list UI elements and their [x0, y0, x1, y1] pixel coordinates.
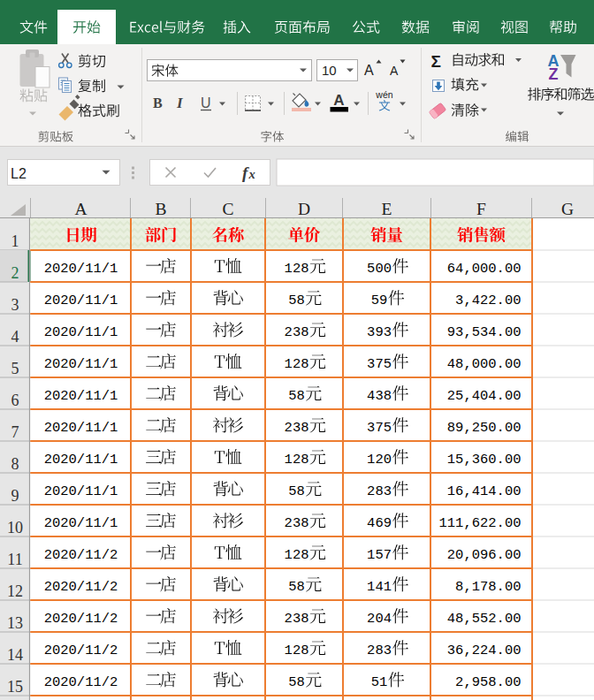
svg-text:238: 238 [285, 324, 309, 340]
svg-text:48,000.00: 48,000.00 [447, 356, 522, 372]
svg-text:2020/11/1: 2020/11/1 [44, 452, 118, 468]
svg-text:204: 204 [367, 611, 392, 627]
svg-text:2020/11/1: 2020/11/1 [44, 388, 118, 404]
svg-text:141: 141 [367, 579, 392, 595]
svg-text:Σ: Σ [431, 52, 441, 71]
svg-text:58: 58 [288, 388, 305, 404]
svg-text:wén: wén [375, 89, 392, 100]
svg-text:58: 58 [288, 674, 305, 690]
svg-text:89,250.00: 89,250.00 [447, 420, 522, 436]
svg-text:238: 238 [285, 515, 309, 531]
svg-text:469: 469 [367, 515, 392, 531]
svg-text:E: E [382, 200, 392, 218]
svg-text:F: F [476, 200, 486, 218]
svg-text:58: 58 [288, 579, 305, 595]
svg-text:3,422.00: 3,422.00 [455, 293, 521, 308]
svg-text:128: 128 [285, 452, 309, 468]
svg-text:10: 10 [322, 63, 337, 78]
svg-text:58: 58 [288, 483, 305, 499]
svg-text:64,000.00: 64,000.00 [447, 261, 522, 277]
svg-text:2020/11/2: 2020/11/2 [44, 611, 118, 627]
svg-text:1: 1 [11, 232, 19, 250]
svg-text:375: 375 [367, 356, 392, 372]
svg-text:2020/11/2: 2020/11/2 [44, 643, 118, 658]
svg-text:7: 7 [11, 423, 19, 441]
svg-text:111,622.00: 111,622.00 [438, 515, 521, 531]
svg-text:9: 9 [11, 487, 19, 505]
svg-text:238: 238 [285, 611, 309, 627]
svg-text:12: 12 [7, 582, 23, 600]
svg-text:93,534.00: 93,534.00 [447, 324, 522, 340]
svg-text:2020/11/1: 2020/11/1 [44, 356, 118, 372]
svg-text:59: 59 [371, 293, 388, 308]
svg-text:11: 11 [7, 551, 22, 568]
svg-text:6: 6 [11, 392, 19, 409]
svg-text:283: 283 [367, 483, 392, 499]
svg-text:5: 5 [11, 360, 19, 377]
svg-text:13: 13 [7, 614, 23, 632]
svg-text:128: 128 [285, 261, 309, 277]
svg-text:2020/11/1: 2020/11/1 [44, 515, 118, 531]
svg-text:4: 4 [11, 328, 19, 346]
svg-text:x: x [248, 167, 255, 181]
svg-text:128: 128 [285, 643, 309, 658]
svg-text:438: 438 [367, 388, 392, 404]
svg-text:2020/11/1: 2020/11/1 [44, 324, 118, 340]
svg-text:48,552.00: 48,552.00 [447, 611, 522, 627]
svg-text:128: 128 [285, 356, 309, 372]
svg-text:Z: Z [549, 65, 559, 83]
svg-text:15: 15 [7, 678, 23, 696]
svg-text:16,414.00: 16,414.00 [447, 483, 522, 499]
svg-text:238: 238 [285, 420, 309, 436]
svg-text:15,360.00: 15,360.00 [447, 452, 522, 468]
svg-text:A: A [333, 92, 344, 109]
svg-text:58: 58 [288, 293, 305, 308]
svg-text:U: U [201, 95, 211, 110]
svg-text:128: 128 [285, 547, 309, 563]
svg-text:2020/11/2: 2020/11/2 [44, 547, 118, 563]
svg-text:283: 283 [367, 643, 392, 658]
svg-text:393: 393 [367, 324, 392, 340]
svg-text:20,096.00: 20,096.00 [447, 547, 522, 563]
svg-text:8,178.00: 8,178.00 [455, 579, 521, 595]
svg-text:25,404.00: 25,404.00 [447, 388, 522, 404]
svg-text:51: 51 [371, 674, 388, 690]
svg-text:D: D [298, 200, 310, 218]
svg-text:G: G [561, 200, 574, 218]
svg-text:10: 10 [7, 519, 23, 536]
svg-text:B: B [155, 200, 166, 218]
svg-text:B: B [153, 95, 163, 110]
svg-text:2020/11/2: 2020/11/2 [44, 579, 118, 595]
svg-text:A: A [74, 200, 87, 218]
svg-text:A: A [390, 64, 399, 78]
svg-text:2,958.00: 2,958.00 [455, 674, 521, 690]
svg-text:157: 157 [367, 547, 392, 563]
svg-text:2020/11/2: 2020/11/2 [44, 674, 118, 690]
svg-text:3: 3 [11, 296, 19, 314]
svg-text:120: 120 [367, 452, 392, 468]
svg-text:2020/11/1: 2020/11/1 [44, 293, 118, 308]
svg-text:2020/11/1: 2020/11/1 [44, 483, 118, 499]
svg-text:375: 375 [367, 420, 392, 436]
svg-text:36,224.00: 36,224.00 [447, 643, 522, 658]
svg-text:A: A [364, 63, 374, 78]
svg-text:500: 500 [367, 261, 392, 277]
svg-text:L2: L2 [11, 166, 27, 181]
svg-text:2020/11/1: 2020/11/1 [44, 420, 118, 436]
svg-text:C: C [222, 200, 233, 218]
svg-text:14: 14 [7, 646, 23, 664]
svg-text:2: 2 [11, 264, 19, 282]
svg-text:2020/11/1: 2020/11/1 [44, 261, 118, 277]
svg-text:8: 8 [11, 455, 19, 473]
